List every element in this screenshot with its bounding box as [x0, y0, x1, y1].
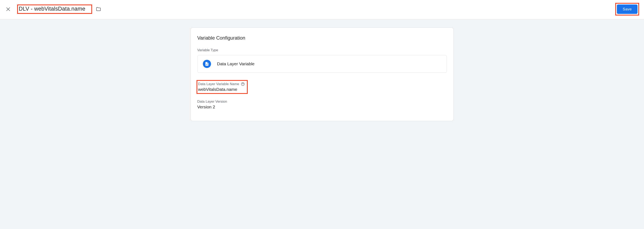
card-title: Variable Configuration	[197, 35, 447, 41]
save-button[interactable]: Save	[617, 5, 638, 14]
variable-type-value: Data Layer Variable	[217, 61, 254, 66]
variable-name-input[interactable]	[18, 5, 91, 13]
variable-config-card: Variable Configuration Variable Type Dat…	[190, 28, 454, 121]
variable-type-label: Variable Type	[197, 48, 447, 52]
help-icon	[241, 82, 245, 86]
dlv-name-value: webVitalsData.name	[198, 87, 245, 92]
svg-point-3	[242, 85, 243, 85]
editor-header: Save	[0, 0, 644, 19]
variable-type-icon-wrap	[203, 60, 211, 68]
close-button[interactable]	[5, 6, 12, 13]
dlv-version-value: Version 2	[197, 105, 447, 109]
folder-button[interactable]	[96, 7, 101, 12]
close-icon	[6, 7, 11, 12]
dlv-name-help[interactable]	[241, 82, 245, 86]
dlv-version-label: Data Layer Version	[197, 100, 447, 104]
save-button-highlight: Save	[615, 3, 639, 16]
dlv-version-field: Data Layer Version Version 2	[197, 100, 447, 109]
editor-canvas: Variable Configuration Variable Type Dat…	[0, 19, 644, 229]
dlv-name-field: Data Layer Variable Name webVitalsData.n…	[197, 80, 447, 94]
variable-type-selector[interactable]: Data Layer Variable	[197, 55, 447, 73]
variable-name-highlight	[17, 5, 92, 14]
folder-icon	[96, 7, 101, 12]
dlv-name-label: Data Layer Variable Name	[198, 82, 239, 86]
data-layer-variable-icon	[205, 62, 209, 66]
dlv-name-highlight: Data Layer Variable Name webVitalsData.n…	[196, 80, 248, 94]
